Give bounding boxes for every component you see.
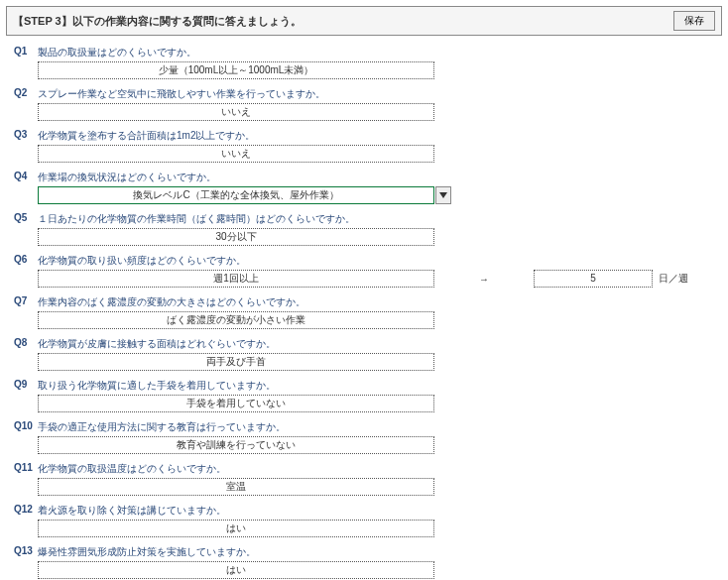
question-text: 化学物質の取り扱い頻度はどのくらいですか。 xyxy=(38,252,246,268)
question-number: Q2 xyxy=(14,85,38,98)
answer-row: 換気レベルC（工業的な全体換気、屋外作業） xyxy=(6,186,722,204)
answer-select[interactable]: 少量（100mL以上～1000mL未満） xyxy=(38,61,434,79)
answer-row: 30分以下 xyxy=(6,228,722,246)
question-number: Q8 xyxy=(14,335,38,348)
arrow-icon: → xyxy=(434,274,534,285)
answer-row: いいえ xyxy=(6,103,722,121)
question-number: Q11 xyxy=(14,460,38,473)
answer-select[interactable]: はい xyxy=(38,520,434,537)
question-row: Q8化学物質が皮膚に接触する面積はどれぐらいですか。 xyxy=(6,335,722,351)
question-text: 化学物質を塗布する合計面積は1m2以上ですか。 xyxy=(38,127,255,143)
question-text: 爆発性雰囲気形成防止対策を実施していますか。 xyxy=(38,543,256,559)
answer-row: 教育や訓練を行っていない xyxy=(6,436,722,454)
question-number: Q7 xyxy=(14,293,38,306)
question-text: １日あたりの化学物質の作業時間（ばく露時間）はどのくらいですか。 xyxy=(38,210,355,226)
question-text: 着火源を取り除く対策は講じていますか。 xyxy=(38,502,226,518)
question-text: スプレー作業など空気中に飛散しやすい作業を行っていますか。 xyxy=(38,85,325,101)
step-title: 【STEP 3】以下の作業内容に関する質問に答えましょう。 xyxy=(13,14,302,29)
question-text: 化学物質の取扱温度はどのくらいですか。 xyxy=(38,460,226,476)
answer-row: 両手及び手首 xyxy=(6,353,722,371)
svg-marker-0 xyxy=(439,192,447,198)
question-number: Q5 xyxy=(14,210,38,223)
question-row: Q4作業場の換気状況はどのくらいですか。 xyxy=(6,169,722,184)
answer-select[interactable]: 両手及び手首 xyxy=(38,353,434,371)
answer-select[interactable]: 週1回以上 xyxy=(38,270,434,288)
question-row: Q10手袋の適正な使用方法に関する教育は行っていますか。 xyxy=(6,418,722,434)
answer-select[interactable]: はい xyxy=(38,561,434,579)
question-row: Q9取り扱う化学物質に適した手袋を着用していますか。 xyxy=(6,377,722,393)
answer-select[interactable]: 手袋を着用していない xyxy=(38,395,434,412)
answer-row: 少量（100mL以上～1000mL未満） xyxy=(6,61,722,79)
question-text: 製品の取扱量はどのくらいですか。 xyxy=(38,44,196,59)
answer-row: はい xyxy=(6,561,722,579)
question-text: 手袋の適正な使用方法に関する教育は行っていますか。 xyxy=(38,418,286,434)
answer-row: いいえ xyxy=(6,145,722,163)
answer-select[interactable]: 室温 xyxy=(38,478,434,496)
question-text: 作業内容のばく露濃度の変動の大きさはどのくらいですか。 xyxy=(38,293,305,309)
question-number: Q10 xyxy=(14,418,38,431)
answer-row: ばく露濃度の変動が小さい作業 xyxy=(6,311,722,329)
question-row: Q6化学物質の取り扱い頻度はどのくらいですか。 xyxy=(6,252,722,268)
question-text: 取り扱う化学物質に適した手袋を着用していますか。 xyxy=(38,377,276,393)
question-row: Q12着火源を取り除く対策は講じていますか。 xyxy=(6,502,722,518)
step-header: 【STEP 3】以下の作業内容に関する質問に答えましょう。 保存 xyxy=(6,6,722,36)
answer-select[interactable]: ばく露濃度の変動が小さい作業 xyxy=(38,311,434,329)
question-number: Q12 xyxy=(14,502,38,515)
question-number: Q6 xyxy=(14,252,38,265)
answer-select[interactable]: 30分以下 xyxy=(38,228,434,246)
question-number: Q1 xyxy=(14,44,38,57)
question-row: Q2スプレー作業など空気中に飛散しやすい作業を行っていますか。 xyxy=(6,85,722,101)
question-number: Q3 xyxy=(14,127,38,140)
answer-select[interactable]: 教育や訓練を行っていない xyxy=(38,436,434,454)
question-list: Q1製品の取扱量はどのくらいですか。少量（100mL以上～1000mL未満）Q2… xyxy=(6,44,722,580)
answer-select[interactable]: 換気レベルC（工業的な全体換気、屋外作業） xyxy=(38,186,434,204)
unit-label: 日／週 xyxy=(653,272,688,286)
question-row: Q3化学物質を塗布する合計面積は1m2以上ですか。 xyxy=(6,127,722,143)
question-text: 化学物質が皮膚に接触する面積はどれぐらいですか。 xyxy=(38,335,276,351)
question-row: Q11化学物質の取扱温度はどのくらいですか。 xyxy=(6,460,722,476)
value-input[interactable]: 5 xyxy=(534,270,653,288)
question-row: Q13爆発性雰囲気形成防止対策を実施していますか。 xyxy=(6,543,722,559)
question-row: Q1製品の取扱量はどのくらいですか。 xyxy=(6,44,722,59)
answer-row: はい xyxy=(6,520,722,537)
question-row: Q5１日あたりの化学物質の作業時間（ばく露時間）はどのくらいですか。 xyxy=(6,210,722,226)
question-text: 作業場の換気状況はどのくらいですか。 xyxy=(38,169,216,184)
answer-row: 手袋を着用していない xyxy=(6,395,722,412)
answer-select[interactable]: いいえ xyxy=(38,145,434,163)
question-number: Q9 xyxy=(14,377,38,390)
question-number: Q4 xyxy=(14,169,38,181)
answer-select[interactable]: いいえ xyxy=(38,103,434,121)
answer-row: 週1回以上→5日／週 xyxy=(6,270,722,288)
save-button[interactable]: 保存 xyxy=(673,11,715,31)
chevron-down-icon[interactable] xyxy=(435,186,451,204)
answer-row: 室温 xyxy=(6,478,722,496)
question-number: Q13 xyxy=(14,543,38,556)
question-row: Q7作業内容のばく露濃度の変動の大きさはどのくらいですか。 xyxy=(6,293,722,309)
